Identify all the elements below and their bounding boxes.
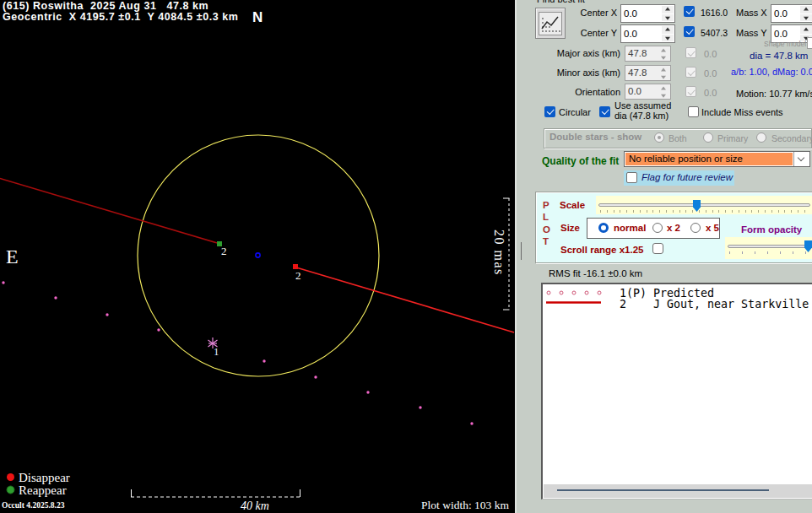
mass-x-label: Mass X [736, 8, 767, 18]
major-axis-value: 47.8 [628, 48, 647, 58]
orientation-down [658, 92, 669, 98]
center-x-up[interactable] [662, 6, 674, 14]
mass-x-value: 0.0 [774, 8, 788, 19]
orientation-aux-checkbox [685, 86, 696, 97]
shape-model-box[interactable] [807, 37, 812, 49]
center-marker [256, 253, 260, 257]
flag-review-label: Flag for future review [641, 172, 733, 182]
orientation-value: 0.0 [628, 86, 641, 96]
mass-y-label: Mass Y [736, 28, 766, 38]
x-value-checkbox[interactable] [684, 6, 695, 17]
center-x-label: Center X [563, 8, 617, 18]
size-x2-radio[interactable] [652, 223, 663, 233]
quality-dropdown[interactable]: No reliable position or size [624, 151, 810, 167]
mass-y-value: 0.0 [774, 29, 788, 39]
mas-scale-label: 20 mas [492, 230, 506, 276]
circular-label: Circular [559, 107, 591, 117]
hscrollbar-thumb[interactable] [557, 489, 769, 491]
double-secondary-radio [756, 132, 766, 143]
minor-axis-value: 47.8 [628, 68, 647, 78]
size-x2-label: x 2 [667, 223, 680, 233]
include-miss-label: Include Miss events [701, 107, 783, 117]
km-scale-label: 40 km [241, 500, 269, 512]
scale-label: Scale [560, 200, 585, 210]
east-label: E [6, 246, 19, 268]
flag-review-row: Flag for future review [624, 170, 734, 186]
size-normal-radio[interactable] [598, 223, 609, 233]
disappear-chord-number: 2 [295, 269, 301, 282]
splitter-handle[interactable] [521, 242, 522, 260]
major-axis-up [658, 47, 669, 53]
observer-row-2[interactable]: 2 J Gout, near Starkville [620, 298, 809, 310]
orientation-input: 0.0 [625, 84, 671, 100]
legend-reappear-label: Reappear [19, 483, 67, 497]
listbox-hscrollbar[interactable] [544, 484, 812, 498]
form-opacity-slider-thumb[interactable] [804, 240, 812, 252]
use-assumed-label: Use assumeddia (47.8 km) [614, 100, 671, 121]
circular-checkbox[interactable] [544, 106, 555, 117]
scroll-range-checkbox[interactable] [652, 243, 663, 254]
plot-title-line2: Geocentric X 4195.7 ±0.1 Y 4084.5 ±0.3 k… [3, 11, 238, 23]
double-primary-radio [703, 132, 713, 143]
size-normal-label: normal [614, 223, 646, 233]
double-both-label: Both [669, 133, 687, 143]
scale-slider[interactable] [596, 196, 812, 214]
major-axis-down [658, 54, 669, 60]
mass-x-up[interactable] [800, 6, 812, 14]
major-axis-input: 47.8 [625, 46, 671, 62]
mass-y-up[interactable] [800, 26, 812, 34]
major-axis-label: Major axis (km) [550, 48, 620, 58]
flag-review-checkbox[interactable] [626, 172, 637, 183]
orientation-label: Orientation [550, 87, 620, 97]
dia-info-label: dia = 47.8 km [750, 51, 808, 61]
center-y-down[interactable] [662, 35, 674, 42]
find-best-fit-button[interactable] [535, 8, 566, 39]
double-stars-label: Double stars - show [549, 132, 641, 142]
center-y-input[interactable]: 0.0 [620, 24, 675, 43]
center-y-label: Center Y [563, 28, 617, 38]
mass-x-input[interactable]: 0.0 [771, 4, 812, 23]
predicted-path-dots [2, 281, 473, 424]
double-secondary-label: Secondary [771, 133, 812, 143]
occultation-plot: 2 2 1 20 mas 40 km Plot width: 103 km Di… [0, 0, 515, 513]
form-opacity-slider[interactable] [725, 237, 812, 259]
center-y-up[interactable] [662, 26, 674, 34]
north-label: N [252, 9, 263, 26]
center-x-input[interactable]: 0.0 [620, 4, 675, 23]
center-x-value: 0.0 [624, 8, 637, 19]
include-miss-checkbox[interactable] [688, 106, 699, 117]
rms-label: RMS fit -16.1 ±0.0 km [549, 268, 642, 278]
find-best-fit-label: Find best fit [537, 0, 585, 4]
chord-east-segment [296, 267, 514, 332]
chord-west-segment [0, 179, 219, 244]
orientation-aux-value: 0.0 [704, 88, 717, 98]
asteroid-limb-circle [138, 135, 379, 376]
predicted-star-number: 1 [214, 345, 219, 358]
size-x5-radio[interactable] [690, 223, 701, 233]
orientation-up [658, 85, 669, 91]
km-scale-bar [131, 489, 300, 497]
control-panel: Find best fit Center X 0.0 Center Y 0.0 … [515, 0, 812, 513]
minor-axis-down [658, 73, 669, 79]
version-label: Occult 4.2025.8.23 [2, 501, 65, 510]
y-value-label: 5407.3 [701, 28, 728, 38]
mass-x-down[interactable] [800, 14, 812, 22]
x-value-label: 1616.0 [701, 8, 728, 18]
legend-reappear-dot [7, 486, 14, 494]
minor-axis-aux-checkbox [685, 67, 696, 78]
plot-canvas: 2 2 1 20 mas 40 km Plot width: 103 km Di… [0, 0, 515, 513]
quality-label: Quality of the fit [542, 155, 619, 167]
quality-dropdown-button[interactable] [793, 152, 809, 166]
size-label: Size [560, 223, 580, 233]
center-y-value: 0.0 [624, 29, 637, 39]
fit-chart-icon [539, 12, 562, 35]
center-x-down[interactable] [662, 14, 674, 22]
observer-listbox[interactable]: 1(P) Predicted 2 J Gout, near Starkville [541, 283, 812, 500]
y-value-checkbox[interactable] [684, 26, 695, 37]
shape-model-label: Shape model [764, 40, 806, 48]
form-opacity-label: Form opacity [741, 224, 802, 235]
use-assumed-checkbox[interactable] [599, 106, 610, 117]
legend-disappear-label: Disappear [19, 471, 70, 484]
double-primary-label: Primary [717, 133, 748, 143]
minor-axis-input: 47.8 [625, 65, 671, 81]
